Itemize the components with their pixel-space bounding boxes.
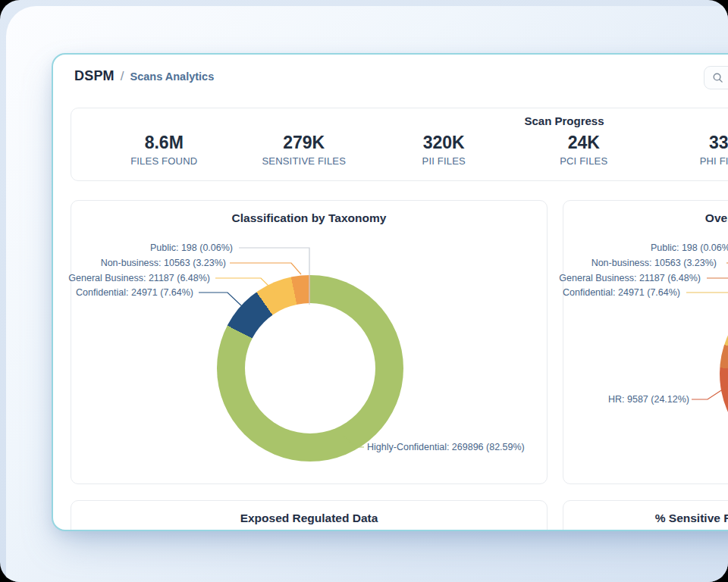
card-title: % Sensitive Files (PII, PCI and PHI) Out…: [563, 512, 728, 525]
app-window: DSPM / Scans Analytics Scan Progress 8.6…: [52, 53, 728, 531]
card-subtitle: PII, PCI, PHI files as % of total files …: [563, 529, 728, 531]
chart-title: Overshared Files by Classification: [563, 211, 728, 225]
stat-label: PHI FILES: [654, 155, 728, 167]
scan-progress-title: Scan Progress: [80, 114, 728, 127]
stat-value: 24K: [514, 133, 654, 152]
page-background: DSPM / Scans Analytics Scan Progress 8.6…: [0, 0, 728, 582]
breadcrumb-separator: /: [121, 69, 124, 84]
stat-phi-files: 330 PHI FILES: [654, 133, 728, 167]
stat-label: PCI FILES: [514, 155, 654, 167]
scan-progress-card: Scan Progress 8.6M FILES FOUND 279K SENS…: [71, 108, 728, 181]
chart-label-non-business: Non-business: 10563 (3.23%): [592, 258, 717, 269]
breadcrumb: DSPM / Scans Analytics: [74, 68, 214, 84]
card-title: Exposed Regulated Data: [71, 512, 547, 525]
header: DSPM / Scans Analytics: [53, 55, 728, 100]
chart-label-general-business: General Business: 21187 (6.48%): [68, 273, 210, 284]
search-button[interactable]: [704, 66, 728, 89]
overshared-donut-chart[interactable]: [720, 280, 728, 467]
stat-label: SENSITIVE FILES: [234, 155, 375, 167]
chart-label-highly-confidential: Highly-Confidential: 269896 (82.59%): [367, 442, 525, 453]
taxonomy-donut-chart[interactable]: [217, 275, 403, 462]
stat-value: 279K: [234, 133, 375, 152]
exposed-regulated-data-card: Exposed Regulated Data Volume of PII, PC…: [71, 500, 548, 531]
percent-sensitive-files-card: % Sensitive Files (PII, PCI and PHI) Out…: [563, 500, 728, 531]
card-subtitle: Volume of PII, PCI and PHI files that ar…: [71, 529, 547, 531]
stats-row: 8.6M FILES FOUND 279K SENSITIVE FILES 32…: [94, 133, 728, 167]
stat-pii-files: 320K PII FILES: [374, 133, 514, 167]
chart-label-confidential: Confidential: 24971 (7.64%): [563, 287, 680, 299]
chart-title: Classification by Taxonomy: [71, 211, 547, 225]
chart-label-non-business: Non-business: 10563 (3.23%): [101, 258, 226, 269]
stat-pci-files: 24K PCI FILES: [514, 133, 654, 167]
chart-label-public: Public: 198 (0.06%): [651, 242, 728, 254]
chart-label-confidential: Confidential: 24971 (7.64%): [76, 287, 193, 299]
search-icon: [712, 72, 723, 83]
stat-value: 330: [654, 133, 728, 152]
overshared-files-card: Overshared Files by Classification Publi…: [563, 200, 728, 484]
breadcrumb-dspm[interactable]: DSPM: [74, 68, 115, 84]
classification-by-taxonomy-card: Classification by Taxonomy Public: 198 (…: [71, 200, 548, 484]
stat-value: 8.6M: [94, 133, 234, 152]
stat-value: 320K: [374, 133, 514, 152]
chart-label-public: Public: 198 (0.06%): [150, 242, 233, 254]
chart-label-general-business: General Business: 21187 (6.48%): [559, 273, 701, 284]
stat-label: FILES FOUND: [94, 155, 234, 167]
stat-files-found: 8.6M FILES FOUND: [94, 133, 234, 167]
breadcrumb-scans-analytics: Scans Analytics: [130, 70, 215, 83]
stat-sensitive-files: 279K SENSITIVE FILES: [234, 133, 375, 167]
stat-label: PII FILES: [374, 155, 514, 167]
chart-label-hr: HR: 9587 (24.12%): [608, 394, 689, 405]
